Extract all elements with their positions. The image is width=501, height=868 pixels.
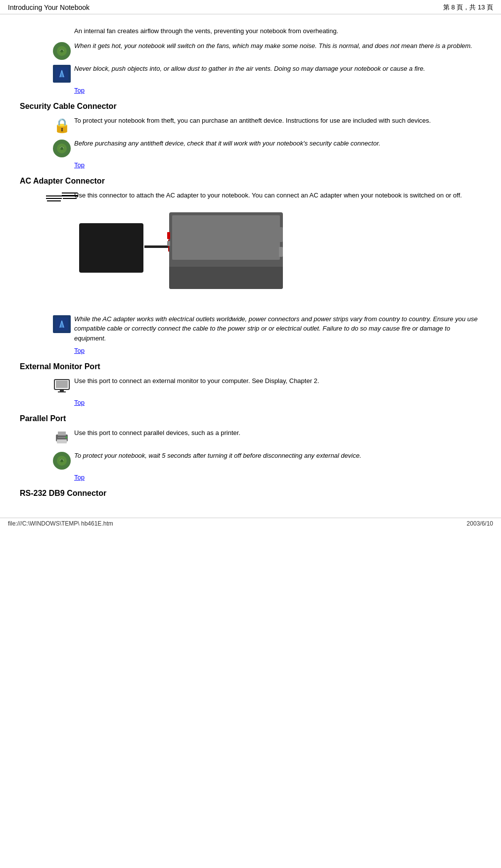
svg-point-14	[65, 436, 67, 438]
monitor-icon	[49, 376, 74, 395]
fan-warning-row: Never block, push objects into, or allow…	[49, 64, 481, 83]
svg-rect-11	[58, 432, 66, 435]
svg-rect-7	[56, 381, 68, 388]
ac-warning-row: While the AC adapter works with electric…	[49, 314, 481, 343]
top-link-5[interactable]: Top	[74, 474, 481, 481]
section-heading-parallel: Parallel Port	[20, 414, 481, 423]
svg-rect-12	[57, 439, 67, 443]
footer-date: 2003/6/10	[467, 520, 493, 527]
fan-tip-text: When it gets hot, your notebook will swi…	[74, 41, 481, 51]
parallel-tip-icon	[49, 451, 74, 470]
section-heading-ac: AC Adapter Connector	[20, 177, 481, 186]
section-heading-security: Security Cable Connector	[20, 102, 481, 111]
svg-rect-8	[60, 389, 64, 391]
top-link-3[interactable]: Top	[74, 347, 481, 354]
printer-info-text: Use this port to connect parallel device…	[74, 428, 481, 438]
parallel-tip-text: To protect your notebook, wait 5 seconds…	[74, 451, 481, 461]
top-link-1[interactable]: Top	[74, 87, 481, 94]
section-rs232: RS-232 DB9 Connector	[20, 489, 481, 498]
fan-warning-text: Never block, push objects into, or allow…	[74, 64, 481, 74]
ac-info-text: Use this connector to attach the AC adap…	[74, 191, 481, 200]
footer: file:///C:\WINDOWS\TEMP\ hb461E.htm 2003…	[0, 518, 501, 529]
svg-rect-13	[58, 437, 66, 438]
security-tip-row: Before purchasing any antitheft device, …	[49, 139, 481, 157]
printer-icon	[49, 428, 74, 447]
intro-text: An internal fan creates airflow through …	[74, 26, 481, 36]
lock-icon: 🔒	[49, 116, 74, 135]
monitor-info-text: Use this port to connect an external mon…	[74, 376, 481, 386]
section-heading-rs232: RS-232 DB9 Connector	[20, 489, 481, 498]
section-ac-adapter: AC Adapter Connector Use this connector …	[20, 177, 481, 355]
ac-warning-icon	[49, 314, 74, 333]
section-parallel-port: Parallel Port Use this port to connect p…	[20, 414, 481, 481]
svg-rect-9	[58, 391, 66, 392]
svg-point-16	[60, 459, 63, 462]
header-page: 第 8 頁，共 13 頁	[443, 3, 493, 12]
tip-icon	[49, 41, 74, 60]
section-security-cable: Security Cable Connector 🔒 To protect yo…	[20, 102, 481, 169]
security-info-row: 🔒 To protect your notebook from theft, y…	[49, 116, 481, 135]
top-link-4[interactable]: Top	[74, 399, 481, 406]
header: Introducing Your Notebook 第 8 頁，共 13 頁	[0, 0, 501, 14]
parallel-tip-row: To protect your notebook, wait 5 seconds…	[49, 451, 481, 470]
main-content: An internal fan creates airflow through …	[0, 14, 501, 513]
warning-icon	[49, 64, 74, 83]
fan-tip-row: When it gets hot, your notebook will swi…	[49, 41, 481, 60]
section-external-monitor: External Monitor Port Use this port to c…	[20, 362, 481, 406]
ac-adapter-image	[74, 208, 481, 307]
security-tip-icon	[49, 139, 74, 157]
svg-point-4	[60, 147, 63, 150]
security-tip-text: Before purchasing any antitheft device, …	[74, 139, 481, 148]
header-title: Introducing Your Notebook	[8, 3, 90, 11]
section-heading-monitor: External Monitor Port	[20, 362, 481, 371]
footer-path: file:///C:\WINDOWS\TEMP\ hb461E.htm	[8, 520, 113, 527]
monitor-info-row: Use this port to connect an external mon…	[49, 376, 481, 395]
top-link-2[interactable]: Top	[74, 161, 481, 169]
security-info-text: To protect your notebook from theft, you…	[74, 116, 481, 126]
ac-warning-text: While the AC adapter works with electric…	[74, 314, 481, 343]
ac-icon	[49, 191, 74, 201]
svg-point-1	[60, 49, 63, 52]
ac-info-row: Use this connector to attach the AC adap…	[49, 191, 481, 201]
printer-info-row: Use this port to connect parallel device…	[49, 428, 481, 447]
